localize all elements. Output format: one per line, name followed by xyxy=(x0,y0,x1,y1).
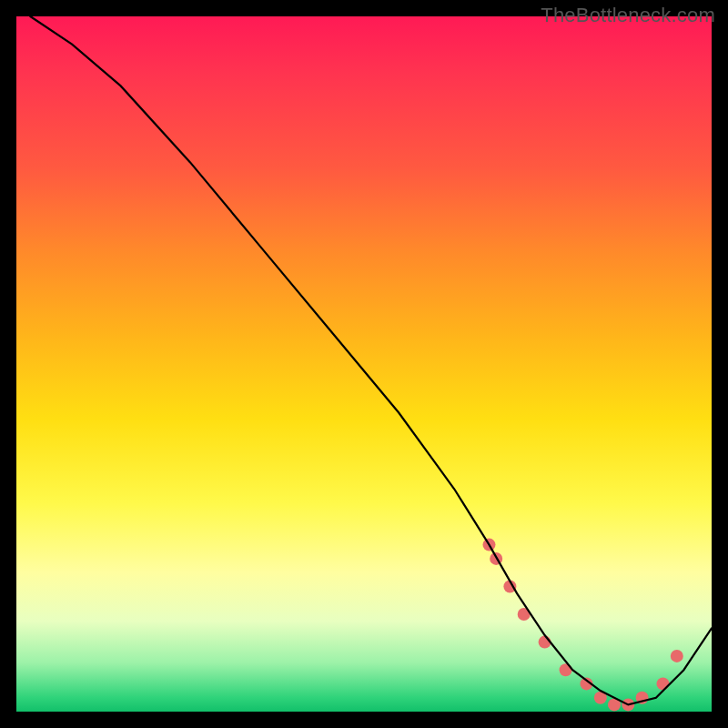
marker-dot xyxy=(657,677,670,690)
curve-line xyxy=(30,16,712,704)
chart-canvas: TheBottleneck.com xyxy=(0,0,728,728)
marker-layer xyxy=(483,539,683,712)
watermark-label: TheBottleneck.com xyxy=(541,4,715,27)
marker-dot xyxy=(671,650,683,662)
chart-overlay xyxy=(0,0,728,728)
